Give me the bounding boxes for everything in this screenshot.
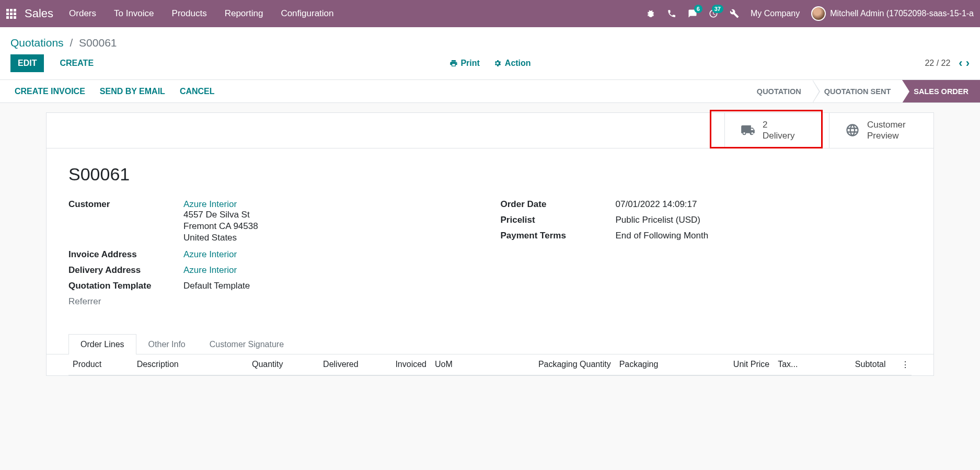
- order-lines-table: Product Description Quantity Delivered I…: [68, 354, 912, 375]
- th-packaging[interactable]: Packaging: [615, 354, 697, 375]
- breadcrumb-sep: /: [70, 37, 73, 49]
- th-description[interactable]: Description: [133, 354, 220, 375]
- delivery-label: Delivery: [763, 130, 794, 141]
- print-icon: [449, 59, 457, 67]
- th-delivered[interactable]: Delivered: [287, 354, 363, 375]
- invoice-addr-label: Invoice Address: [68, 249, 183, 260]
- control-panel: Quotations / S00061 EDIT CREATE Print Ac…: [0, 27, 980, 80]
- tab-order-lines[interactable]: Order Lines: [68, 334, 136, 354]
- breadcrumb-parent[interactable]: Quotations: [10, 37, 64, 49]
- pricelist-label: Pricelist: [501, 215, 616, 225]
- th-quantity[interactable]: Quantity: [219, 354, 287, 375]
- status-quotation-sent[interactable]: QUOTATION SENT: [813, 80, 903, 102]
- nav-to-invoice[interactable]: To Invoice: [114, 8, 154, 19]
- notebook-tabs: Order Lines Other Info Customer Signatur…: [47, 334, 933, 354]
- main-navbar: Sales Orders To Invoice Products Reporti…: [0, 0, 980, 27]
- tools-icon[interactable]: [730, 9, 739, 18]
- addr-line2: Fremont CA 94538: [183, 221, 258, 232]
- th-taxes[interactable]: Tax...: [774, 354, 823, 375]
- customer-preview-button[interactable]: Customer Preview: [829, 113, 933, 148]
- addr-line1: 4557 De Silva St: [183, 210, 258, 220]
- create-invoice-button[interactable]: CREATE INVOICE: [15, 87, 85, 96]
- create-button[interactable]: CREATE: [52, 54, 101, 72]
- pager-next[interactable]: ›: [966, 56, 970, 70]
- app-brand[interactable]: Sales: [25, 7, 53, 20]
- template-label: Quotation Template: [68, 281, 183, 291]
- bug-icon[interactable]: [646, 9, 655, 18]
- record-title: S00061: [68, 164, 912, 185]
- th-subtotal[interactable]: Subtotal: [823, 354, 890, 375]
- messages-badge: 6: [694, 5, 702, 13]
- order-date-value: 07/01/2022 14:09:17: [616, 199, 697, 210]
- print-button[interactable]: Print: [449, 59, 479, 68]
- user-name: Mitchell Admin (17052098-saas-15-1-a: [830, 9, 974, 18]
- messages-icon[interactable]: 6: [688, 9, 697, 18]
- template-value: Default Template: [183, 281, 250, 291]
- gear-icon: [493, 59, 502, 67]
- action-button[interactable]: Action: [493, 59, 531, 68]
- nav-menu: Orders To Invoice Products Reporting Con…: [69, 8, 333, 19]
- th-invoiced[interactable]: Invoiced: [363, 354, 431, 375]
- nav-systray: 6 37 My Company Mitchell Admin (17052098…: [646, 6, 974, 21]
- delivery-addr-label: Delivery Address: [68, 265, 183, 276]
- invoice-addr-value[interactable]: Azure Interior: [183, 249, 237, 260]
- breadcrumb-current: S00061: [79, 37, 117, 49]
- th-product[interactable]: Product: [68, 354, 133, 375]
- customer-value[interactable]: Azure Interior: [183, 199, 258, 210]
- phone-icon[interactable]: [667, 9, 676, 18]
- nav-orders[interactable]: Orders: [69, 8, 96, 19]
- status-sales-order[interactable]: SALES ORDER: [902, 80, 980, 102]
- company-switcher[interactable]: My Company: [751, 9, 800, 18]
- th-unit-price[interactable]: Unit Price: [697, 354, 774, 375]
- globe-icon: [845, 123, 860, 137]
- nav-products[interactable]: Products: [172, 8, 207, 19]
- tab-customer-signature[interactable]: Customer Signature: [198, 334, 296, 354]
- left-column: Customer Azure Interior 4557 De Silva St…: [68, 199, 480, 312]
- breadcrumb: Quotations / S00061: [10, 37, 117, 49]
- nav-configuration[interactable]: Configuration: [281, 8, 333, 19]
- activities-icon[interactable]: 37: [709, 9, 718, 18]
- payment-terms-value: End of Following Month: [616, 231, 709, 241]
- right-column: Order Date 07/01/2022 14:09:17 Pricelist…: [501, 199, 912, 312]
- pricelist-value: Public Pricelist (USD): [616, 215, 700, 225]
- addr-line3: United States: [183, 233, 258, 243]
- activities-badge: 37: [712, 5, 723, 13]
- cancel-button[interactable]: CANCEL: [180, 87, 215, 96]
- th-pack-qty[interactable]: Packaging Quantity: [476, 354, 615, 375]
- delivery-stat-button[interactable]: 2 Delivery: [724, 113, 829, 148]
- tab-other-info[interactable]: Other Info: [136, 334, 198, 354]
- nav-reporting[interactable]: Reporting: [225, 8, 263, 19]
- kebab-icon: ⋮: [901, 360, 909, 370]
- truck-icon: [741, 123, 755, 137]
- delivery-addr-value[interactable]: Azure Interior: [183, 265, 237, 276]
- customer-label: Customer: [68, 199, 183, 244]
- avatar: [811, 6, 826, 21]
- status-quotation[interactable]: QUOTATION: [745, 80, 813, 102]
- form-sheet: 2 Delivery Customer Preview S00061 Custo…: [46, 112, 934, 376]
- referrer-label: Referrer: [68, 296, 183, 307]
- th-uom[interactable]: UoM: [431, 354, 476, 375]
- pager-prev[interactable]: ‹: [959, 56, 962, 70]
- order-date-label: Order Date: [501, 199, 616, 210]
- th-options[interactable]: ⋮: [890, 354, 912, 375]
- stat-button-box: 2 Delivery Customer Preview: [47, 113, 933, 148]
- status-bar: CREATE INVOICE SEND BY EMAIL CANCEL QUOT…: [0, 80, 980, 103]
- payment-terms-label: Payment Terms: [501, 231, 616, 241]
- delivery-count: 2: [763, 119, 794, 130]
- send-email-button[interactable]: SEND BY EMAIL: [100, 87, 165, 96]
- user-menu[interactable]: Mitchell Admin (17052098-saas-15-1-a: [811, 6, 974, 21]
- preview-line2: Preview: [867, 130, 906, 141]
- preview-line1: Customer: [867, 119, 906, 130]
- apps-menu-icon[interactable]: [6, 9, 16, 19]
- edit-button[interactable]: EDIT: [10, 54, 44, 72]
- pager-text: 22 / 22: [925, 59, 950, 68]
